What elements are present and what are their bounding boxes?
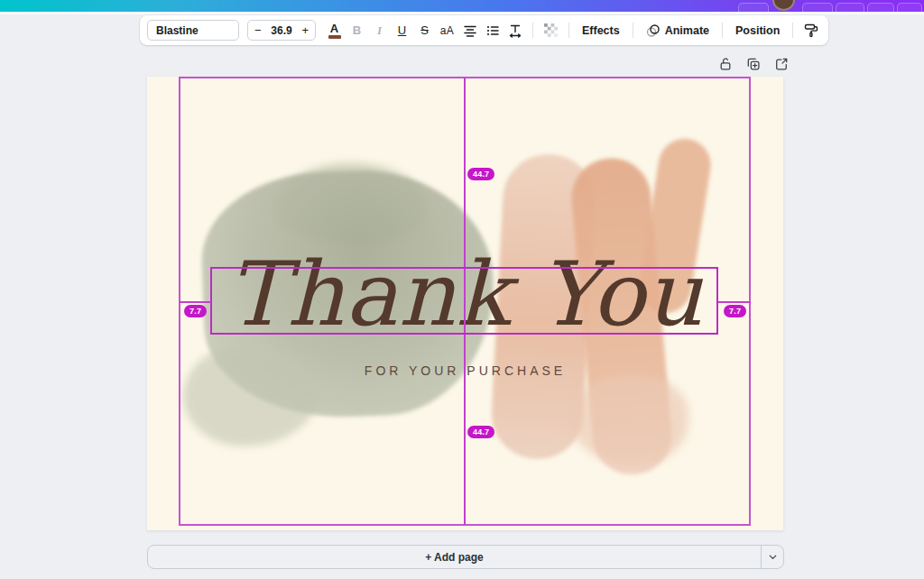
toolbar-divider	[792, 23, 793, 38]
font-family-selector[interactable]: Blastine	[147, 20, 239, 41]
page-controls	[716, 55, 790, 73]
nav-pill-button[interactable]	[802, 3, 833, 12]
bold-button[interactable]: B	[346, 19, 367, 42]
transparency-button[interactable]	[541, 19, 561, 42]
duplicate-page-button[interactable]	[744, 55, 762, 73]
add-page-button[interactable]: + Add page	[148, 546, 761, 568]
copy-style-button[interactable]	[800, 19, 821, 42]
text-color-button[interactable]: A	[324, 19, 345, 42]
transparency-icon	[543, 23, 559, 38]
animate-label: Animate	[665, 24, 709, 37]
paint-roller-icon	[803, 23, 819, 39]
strikethrough-button[interactable]: S	[414, 19, 435, 42]
decrease-font-size-button[interactable]: −	[254, 24, 262, 36]
italic-button[interactable]: I	[369, 19, 390, 42]
nav-divider	[0, 12, 924, 14]
font-size-stepper: − 36.9 +	[247, 20, 316, 41]
text-align-button[interactable]	[459, 19, 480, 42]
lock-button[interactable]	[716, 55, 735, 73]
user-avatar[interactable]	[772, 0, 795, 11]
export-page-icon	[774, 57, 789, 71]
text-selection-box[interactable]	[210, 267, 718, 335]
list-button[interactable]	[482, 19, 503, 42]
toolbar-divider	[532, 23, 533, 38]
toolbar-divider	[633, 23, 633, 38]
toolbar-divider	[722, 23, 723, 38]
chevron-down-icon	[768, 552, 778, 562]
add-page-row: + Add page	[147, 545, 784, 569]
font-family-value: Blastine	[156, 24, 199, 37]
lock-open-icon	[718, 57, 733, 71]
export-page-button[interactable]	[772, 55, 790, 73]
text-color-icon: A	[328, 23, 341, 39]
animate-icon	[646, 23, 661, 38]
nav-pill-button[interactable]	[836, 3, 864, 12]
letter-spacing-icon	[508, 23, 522, 38]
position-button[interactable]: Position	[730, 19, 785, 42]
subtitle-text[interactable]: FOR YOUR PURCHASE	[147, 363, 783, 378]
increase-font-size-button[interactable]: +	[301, 24, 309, 36]
nav-pill-button[interactable]	[738, 3, 769, 12]
nav-pill-button[interactable]	[867, 3, 894, 12]
add-page-dropdown-button[interactable]	[761, 546, 783, 568]
top-nav-bar	[0, 0, 924, 12]
watercolor-green-tail	[183, 347, 319, 446]
nav-pill-button[interactable]	[897, 3, 922, 12]
font-size-value[interactable]: 36.9	[271, 24, 291, 37]
spacing-button[interactable]	[504, 19, 525, 42]
align-center-icon	[463, 23, 477, 38]
watercolor-peach-tail	[571, 374, 688, 464]
animate-button[interactable]: Animate	[641, 19, 715, 42]
underline-button[interactable]: U	[392, 19, 412, 42]
effects-button[interactable]: Effects	[577, 19, 625, 42]
duplicate-page-icon	[746, 57, 761, 71]
bullet-list-icon	[485, 23, 500, 38]
text-case-button[interactable]: aA	[437, 19, 457, 42]
text-toolbar: Blastine − 36.9 + A B I U S aA	[140, 15, 828, 45]
toolbar-divider	[568, 23, 569, 38]
